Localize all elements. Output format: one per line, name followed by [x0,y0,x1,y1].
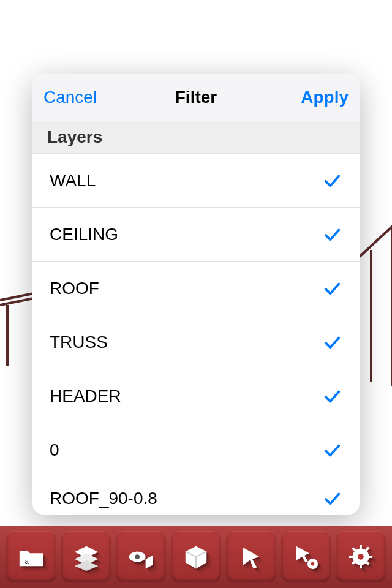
cube-icon [182,543,210,571]
layer-row[interactable]: ROOF_90-0.8 [32,477,360,514]
apply-button[interactable]: Apply [301,88,349,107]
layer-row[interactable]: TRUSS [32,315,360,369]
svg-marker-12 [243,548,259,569]
svg-marker-9 [146,556,153,568]
layer-label: ROOF_90-0.8 [50,489,157,508]
checkmark-icon [322,440,342,461]
svg-marker-6 [74,560,97,571]
select-settings-icon [292,543,320,571]
layer-list: WALL CEILING ROOF TRUSS HEADER 0 ROOF_90… [32,154,360,514]
svg-rect-18 [360,564,362,569]
layer-row[interactable]: CEILING [32,208,360,262]
filter-sheet: Cancel Filter Apply Layers WALL CEILING … [32,74,360,514]
svg-text:a: a [24,558,29,565]
checkmark-icon [322,386,342,407]
cancel-button[interactable]: Cancel [43,88,97,107]
checkmark-icon [322,332,342,353]
layers-button[interactable] [61,531,111,582]
sheet-header: Cancel Filter Apply [32,74,360,121]
settings-button[interactable] [336,531,386,582]
layers-icon [72,543,100,571]
view-button[interactable] [116,531,166,582]
checkmark-icon [322,488,342,509]
svg-marker-13 [296,546,309,563]
layer-label: CEILING [50,225,118,244]
bottom-toolbar: a [0,526,392,588]
select-icon [237,543,265,571]
layer-row[interactable]: ROOF [32,262,360,315]
checkmark-icon [322,224,342,245]
checkmark-icon [322,278,342,299]
svg-rect-19 [349,556,354,558]
layer-label: ROOF [50,279,99,298]
layer-label: TRUSS [50,333,108,352]
section-header-layers: Layers [32,121,360,154]
layer-label: 0 [50,440,59,460]
select-button[interactable] [226,531,276,582]
svg-point-8 [135,554,140,559]
open-folder-button[interactable]: a [6,531,56,582]
checkmark-icon [322,170,342,191]
select-settings-button[interactable] [281,531,331,582]
svg-point-25 [358,554,364,560]
layer-label: WALL [50,171,96,190]
view-icon [127,543,155,571]
svg-point-15 [311,562,315,566]
layer-row[interactable]: WALL [32,154,360,208]
cube-button[interactable] [171,531,221,582]
open-folder-icon: a [17,543,45,571]
layer-row[interactable]: 0 [32,423,360,477]
layer-row[interactable]: HEADER [32,369,360,423]
settings-icon [347,543,375,571]
layer-label: HEADER [50,386,121,406]
svg-rect-20 [368,556,373,558]
svg-rect-17 [360,545,362,550]
